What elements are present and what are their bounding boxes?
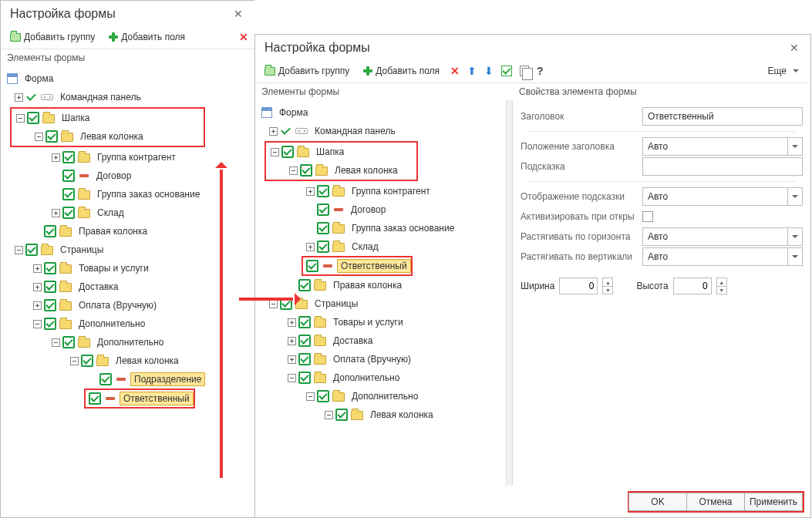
delete-icon[interactable]: ✕ [450, 65, 460, 77]
expander-icon[interactable] [50, 152, 61, 163]
node-additional2[interactable]: Дополнительно [2, 333, 253, 352]
node-group-order-base[interactable]: Группа заказ основание [2, 185, 253, 204]
chevron-down-icon[interactable] [787, 187, 803, 206]
expander-icon[interactable] [269, 146, 280, 157]
node-header[interactable]: Шапка [12, 109, 204, 127]
checkbox[interactable] [300, 164, 312, 177]
checkbox[interactable] [62, 207, 75, 219]
node-right-column[interactable]: Правая колонка [257, 276, 510, 294]
add-group-button[interactable]: Добавить группу [261, 64, 352, 78]
node-group-order-base[interactable]: Группа заказ основание [257, 219, 510, 237]
close-icon[interactable]: ✕ [231, 7, 245, 21]
more-button[interactable]: Еще [763, 63, 804, 79]
node-additional[interactable]: Дополнительно [2, 314, 253, 333]
prop-title-pos-select[interactable]: Авто [642, 137, 803, 156]
node-delivery[interactable]: Доставка [2, 278, 253, 296]
node-responsible-highlighted[interactable]: Ответственный [84, 388, 195, 409]
expander-icon[interactable] [305, 241, 315, 252]
node-payment-manual[interactable]: Оплата (Вручную) [2, 296, 253, 314]
checkbox[interactable] [62, 170, 75, 182]
chevron-down-icon[interactable] [787, 247, 803, 266]
check-icon[interactable] [25, 91, 38, 103]
check-all-icon[interactable] [501, 66, 512, 76]
add-fields-button[interactable]: Добавить поля [106, 30, 188, 44]
checkbox[interactable] [89, 392, 101, 405]
node-right-column[interactable]: Правая колонка [2, 222, 253, 240]
node-payment-manual[interactable]: Оплата (Вручную) [257, 350, 510, 368]
expander-icon[interactable] [33, 131, 44, 142]
checkbox[interactable] [62, 151, 75, 163]
node-group-counterparty[interactable]: Группа контрагент [257, 182, 510, 200]
checkbox[interactable] [44, 262, 56, 274]
checkbox[interactable] [317, 390, 329, 402]
node-pages[interactable]: Страницы [2, 240, 253, 259]
checkbox[interactable] [298, 316, 311, 328]
node-goods-services[interactable]: Товары и услуги [2, 259, 253, 278]
prop-hint-input[interactable] [642, 157, 803, 176]
add-fields-button[interactable]: Добавить поля [360, 64, 443, 78]
node-contract[interactable]: Договор [2, 166, 253, 185]
node-form[interactable]: Форма [257, 103, 510, 122]
checkbox[interactable] [317, 222, 329, 234]
move-up-icon[interactable]: ⬆ [467, 65, 477, 77]
checkbox[interactable] [44, 281, 56, 293]
prop-width-input[interactable] [559, 278, 598, 294]
chevron-down-icon[interactable] [787, 227, 803, 246]
expander-icon[interactable] [268, 126, 278, 136]
spinner[interactable]: ▲▼ [716, 278, 727, 294]
expander-icon[interactable] [13, 92, 24, 103]
prop-stretch-v-select[interactable]: Авто [642, 247, 803, 266]
checkbox[interactable] [281, 146, 294, 158]
checkbox[interactable] [298, 372, 311, 384]
node-responsible-highlighted[interactable]: Ответственный [302, 256, 413, 276]
prop-activate-checkbox[interactable] [642, 211, 653, 222]
node-left-column[interactable]: Левая колонка [266, 161, 416, 180]
prop-height-input[interactable] [673, 278, 712, 294]
node-warehouse[interactable]: Склад [2, 204, 253, 222]
expander-icon[interactable] [286, 372, 297, 383]
node-header[interactable]: Шапка [266, 143, 416, 161]
scrollbar[interactable] [506, 100, 512, 486]
expander-icon[interactable] [286, 354, 297, 365]
node-left-column2[interactable]: Левая колонка [257, 405, 510, 424]
checkbox[interactable] [44, 299, 56, 311]
checkbox[interactable] [44, 318, 56, 330]
spinner[interactable]: ▲▼ [602, 278, 613, 294]
expander-icon[interactable] [13, 244, 24, 255]
add-group-button[interactable]: Добавить группу [7, 30, 98, 44]
expander-icon[interactable] [286, 317, 297, 328]
apply-button[interactable]: Применить [744, 493, 803, 511]
checkbox[interactable] [99, 373, 112, 385]
node-delivery[interactable]: Доставка [257, 331, 510, 350]
node-left-column2[interactable]: Левая колонка [2, 352, 253, 370]
checkbox[interactable] [45, 130, 58, 143]
expander-icon[interactable] [305, 186, 315, 197]
node-subdivision[interactable]: Подразделение [2, 370, 253, 388]
tree-right[interactable]: Форма Командная панель Шапка [255, 100, 512, 486]
checkbox[interactable] [298, 279, 311, 291]
check-icon[interactable] [280, 125, 292, 137]
node-left-column[interactable]: Левая колонка [12, 127, 204, 146]
chevron-down-icon[interactable] [787, 137, 803, 156]
ok-button[interactable]: OK [628, 493, 687, 511]
checkbox[interactable] [298, 335, 311, 347]
expander-icon[interactable] [15, 113, 25, 123]
expander-icon[interactable] [286, 335, 297, 346]
expander-icon[interactable] [50, 337, 61, 348]
prop-hint-display-select[interactable]: Авто [642, 187, 803, 206]
expander-icon[interactable] [32, 281, 42, 292]
copy-icon[interactable] [520, 66, 529, 76]
checkbox[interactable] [335, 409, 348, 421]
expander-icon[interactable] [32, 318, 42, 329]
node-contract[interactable]: Договор [257, 200, 510, 219]
checkbox[interactable] [62, 336, 75, 348]
expander-icon[interactable] [323, 409, 334, 420]
checkbox[interactable] [81, 355, 93, 367]
node-additional2[interactable]: Дополнительно [257, 387, 510, 405]
prop-stretch-h-select[interactable]: Авто [642, 227, 803, 246]
expander-icon[interactable] [50, 207, 61, 218]
delete-icon[interactable]: ✕ [239, 31, 248, 43]
node-form[interactable]: Форма [2, 69, 253, 88]
checkbox[interactable] [317, 240, 329, 253]
expander-icon[interactable] [305, 391, 315, 402]
